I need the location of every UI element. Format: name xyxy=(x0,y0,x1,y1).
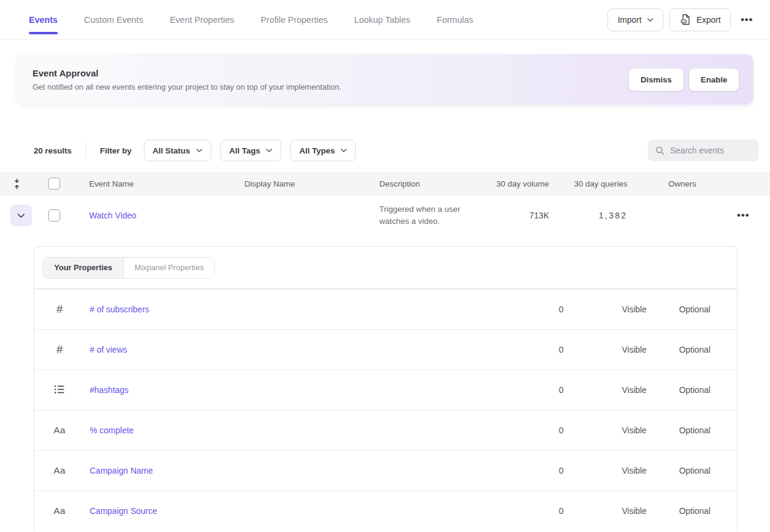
property-row: # # of subscribers 0 Visible Optional xyxy=(34,289,737,329)
property-query-count: 0 xyxy=(496,425,568,435)
table-header-row: Event Name Display Name Description 30 d… xyxy=(0,172,770,196)
filter-by-label: Filter by xyxy=(100,146,132,155)
property-name-link[interactable]: Campaign Source xyxy=(90,506,157,516)
search-icon xyxy=(655,146,665,155)
property-row: Aa Campaign Name 0 Visible Optional xyxy=(34,450,737,490)
chevron-down-icon xyxy=(266,149,272,152)
tab-formulas-label: Formulas xyxy=(437,15,473,25)
property-visibility: Visible xyxy=(568,506,653,516)
export-button-label: Export xyxy=(697,15,721,25)
ellipsis-icon: ••• xyxy=(741,14,753,25)
volume-cell: 713K xyxy=(494,211,554,220)
export-button[interactable]: csv Export xyxy=(669,8,731,31)
property-visibility: Visible xyxy=(568,345,653,354)
types-filter-label: All Types xyxy=(299,146,335,155)
queries-cell: 1,382 xyxy=(554,211,639,220)
import-button[interactable]: Import xyxy=(607,8,663,31)
property-status: Optional xyxy=(653,466,737,475)
banner-subtitle: Get notified on all new events entering … xyxy=(33,82,629,91)
top-navigation: Events Custom Events Event Properties Pr… xyxy=(0,0,770,40)
row-overflow-button[interactable]: ••• xyxy=(733,209,753,221)
property-status: Optional xyxy=(653,385,737,395)
property-query-count: 0 xyxy=(496,506,568,516)
event-properties-panel: Your Properties Mixpanel Properties # # … xyxy=(34,246,737,531)
collapse-all-button[interactable] xyxy=(13,178,21,190)
status-filter-dropdown[interactable]: All Status xyxy=(144,140,211,161)
list-type-icon xyxy=(48,385,72,396)
tab-lookup-tables-label: Lookup Tables xyxy=(354,15,410,25)
tab-event-properties[interactable]: Event Properties xyxy=(170,0,234,40)
banner-text: Event Approval Get notified on all new e… xyxy=(31,68,629,91)
event-row-watch-video: Watch Video Triggered when a user watche… xyxy=(0,196,770,235)
tab-profile-properties[interactable]: Profile Properties xyxy=(261,0,328,40)
description-line-1: Triggered when a user xyxy=(379,203,494,215)
number-type-icon: # xyxy=(48,303,72,316)
property-name-link[interactable]: # of views xyxy=(90,345,127,354)
tags-filter-dropdown[interactable]: All Tags xyxy=(220,140,282,161)
nav-actions: Import csv Export ••• xyxy=(607,8,757,31)
tab-event-properties-label: Event Properties xyxy=(170,15,234,25)
tab-profile-properties-label: Profile Properties xyxy=(261,15,328,25)
property-query-count: 0 xyxy=(496,385,568,395)
description-line-2: watches a video. xyxy=(379,215,494,227)
column-description: Description xyxy=(379,179,494,188)
tab-lookup-tables[interactable]: Lookup Tables xyxy=(354,0,410,40)
types-filter-dropdown[interactable]: All Types xyxy=(290,140,356,161)
properties-tab-group: Your Properties Mixpanel Properties xyxy=(43,257,215,279)
column-display-name: Display Name xyxy=(244,179,379,188)
property-row: Aa % complete 0 Visible Optional xyxy=(34,410,737,450)
banner-title: Event Approval xyxy=(33,68,629,78)
text-type-icon: Aa xyxy=(48,425,72,436)
event-approval-banner: Event Approval Get notified on all new e… xyxy=(17,54,753,105)
row-checkbox[interactable] xyxy=(48,209,60,221)
tab-custom-events[interactable]: Custom Events xyxy=(84,0,143,40)
column-volume: 30 day volume xyxy=(494,179,554,188)
csv-file-icon: csv xyxy=(680,14,691,25)
chevron-down-icon xyxy=(341,149,347,152)
property-row: #hashtags 0 Visible Optional xyxy=(34,370,737,410)
search-box xyxy=(648,140,759,161)
property-query-count: 0 xyxy=(496,466,568,475)
results-count: 20 results xyxy=(34,146,72,155)
tab-formulas[interactable]: Formulas xyxy=(437,0,473,40)
property-name-link[interactable]: % complete xyxy=(90,425,134,435)
search-input[interactable] xyxy=(670,146,751,155)
dismiss-button[interactable]: Dismiss xyxy=(629,69,683,91)
banner-actions: Dismiss Enable xyxy=(629,69,739,91)
property-query-count: 0 xyxy=(496,305,568,314)
event-name-link[interactable]: Watch Video xyxy=(89,211,137,220)
overflow-menu-button[interactable]: ••• xyxy=(737,14,757,26)
tab-mixpanel-properties[interactable]: Mixpanel Properties xyxy=(124,258,215,278)
property-row: Aa Campaign Source 0 Visible Optional xyxy=(34,490,737,531)
select-all-checkbox[interactable] xyxy=(48,178,60,190)
svg-text:csv: csv xyxy=(682,20,686,23)
property-name-link[interactable]: Campaign Name xyxy=(90,466,153,475)
property-row: # # of views 0 Visible Optional xyxy=(34,329,737,370)
property-status: Optional xyxy=(653,305,737,314)
tab-custom-events-label: Custom Events xyxy=(84,15,143,25)
chevron-down-icon xyxy=(17,214,25,218)
tab-your-properties[interactable]: Your Properties xyxy=(43,258,124,278)
collapse-row-button[interactable] xyxy=(10,205,32,226)
filter-bar: 20 results Filter by All Status All Tags… xyxy=(0,140,770,161)
import-button-label: Import xyxy=(618,15,642,25)
property-name-link[interactable]: # of subscribers xyxy=(90,305,149,314)
column-event-name: Event Name xyxy=(89,179,244,188)
property-visibility: Visible xyxy=(568,466,653,475)
text-type-icon: Aa xyxy=(48,506,72,516)
property-status: Optional xyxy=(653,345,737,354)
ellipsis-icon: ••• xyxy=(737,209,750,221)
tab-events[interactable]: Events xyxy=(29,0,58,40)
property-query-count: 0 xyxy=(496,345,568,354)
chevron-down-icon xyxy=(647,18,653,22)
property-name-link[interactable]: #hashtags xyxy=(90,385,129,395)
enable-button[interactable]: Enable xyxy=(689,69,739,91)
divider xyxy=(85,143,86,158)
property-status: Optional xyxy=(653,506,737,516)
property-status: Optional xyxy=(653,425,737,435)
property-visibility: Visible xyxy=(568,425,653,435)
property-visibility: Visible xyxy=(568,385,653,395)
lexicon-tabs: Events Custom Events Event Properties Pr… xyxy=(29,0,607,40)
collapse-arrows-icon xyxy=(13,178,21,190)
events-table: Event Name Display Name Description 30 d… xyxy=(0,172,770,235)
